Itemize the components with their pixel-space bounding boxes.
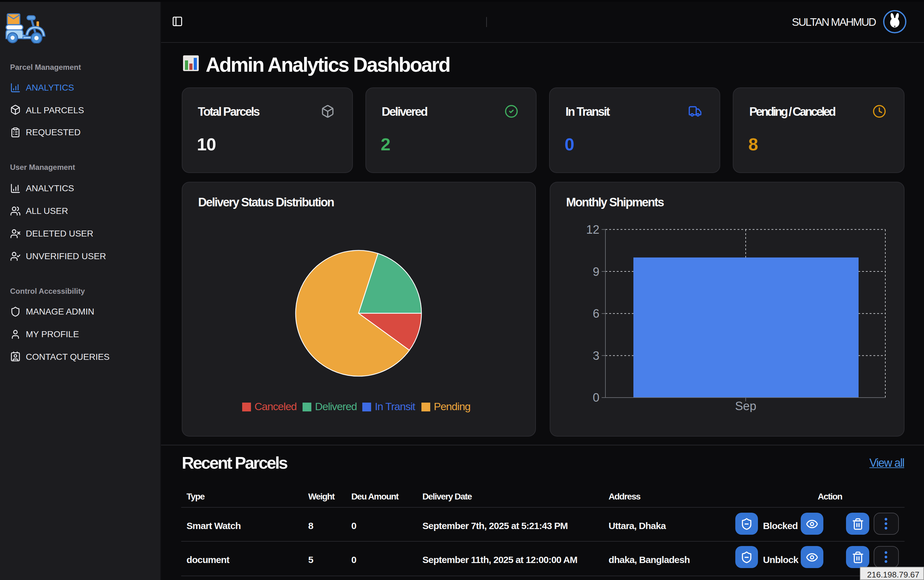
svg-text:12: 12 — [586, 223, 600, 236]
svg-text:Sep: Sep — [735, 399, 756, 412]
svg-text:6: 6 — [593, 307, 600, 320]
svg-text:0: 0 — [593, 391, 600, 404]
svg-text:3: 3 — [593, 349, 600, 362]
svg-text:9: 9 — [593, 265, 600, 278]
